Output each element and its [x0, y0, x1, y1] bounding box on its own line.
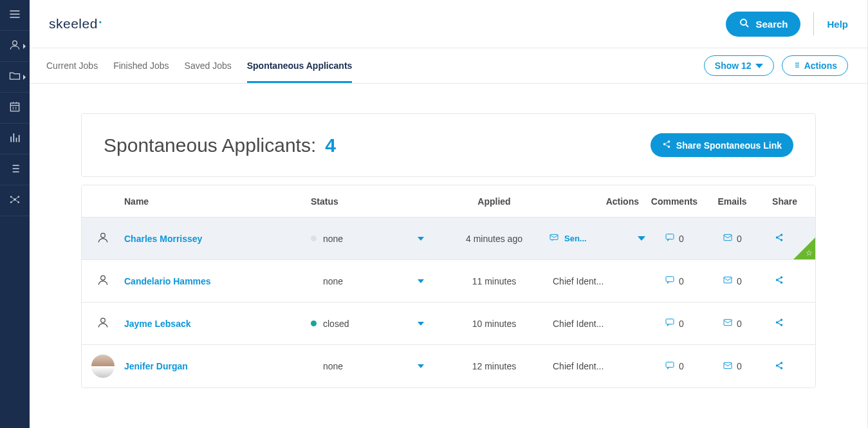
applicant-name-link[interactable]: Jayme Lebsack: [124, 319, 191, 329]
chevron-down-icon: [755, 64, 763, 68]
status-text: none: [323, 361, 411, 371]
svg-point-9: [663, 143, 666, 145]
sidebar-jobs[interactable]: [0, 62, 30, 93]
applicant-count: 4: [325, 135, 336, 156]
svg-rect-25: [666, 319, 674, 324]
action-text: Chief Ident...: [549, 276, 645, 286]
action-text: Chief Ident...: [549, 361, 645, 371]
applied-time: 4 minutes ago: [439, 234, 549, 244]
sidebar-stats[interactable]: [0, 124, 30, 154]
svg-rect-13: [666, 234, 674, 239]
actions-label: Actions: [804, 60, 837, 71]
svg-point-15: [780, 234, 783, 236]
calendar-icon: [8, 100, 21, 116]
svg-point-16: [776, 236, 779, 239]
applied-time: 12 minutes: [439, 361, 549, 371]
folder-icon: [8, 70, 21, 85]
chevron-right-icon: [23, 75, 26, 80]
emails-count[interactable]: 0: [703, 232, 761, 245]
sidebar-list[interactable]: [0, 154, 30, 185]
svg-rect-26: [724, 319, 732, 325]
applicant-name-link[interactable]: Candelario Hammes: [124, 276, 211, 286]
chevron-right-icon: [23, 44, 26, 49]
tab-finished-jobs[interactable]: Finished Jobs: [113, 49, 169, 82]
user-icon: [97, 231, 109, 246]
table-row: Charles Morrisseynone4 minutes agoSen...…: [82, 218, 815, 260]
th-comments: Comments: [645, 196, 703, 207]
emails-count[interactable]: 0: [703, 317, 761, 330]
svg-point-29: [780, 324, 783, 326]
share-icon[interactable]: [775, 318, 784, 329]
emails-count[interactable]: 0: [703, 275, 761, 287]
comments-count[interactable]: 0: [645, 360, 703, 373]
tab-spontaneous-applicants[interactable]: Spontaneous Applicants: [247, 49, 353, 82]
show-count-button[interactable]: Show 12: [704, 55, 774, 76]
email-icon: [723, 232, 733, 245]
svg-point-21: [780, 276, 783, 279]
th-share: Share: [761, 196, 815, 207]
list-icon: [793, 60, 800, 71]
status-dot: [311, 321, 317, 326]
applied-time: 11 minutes: [439, 276, 549, 286]
th-status: Status: [311, 196, 439, 207]
svg-rect-19: [666, 277, 674, 282]
comment-icon: [665, 317, 675, 330]
share-icon[interactable]: [775, 233, 784, 244]
sidebar-calendar[interactable]: [0, 93, 30, 124]
comments-count[interactable]: 0: [645, 317, 703, 330]
actions-button[interactable]: Actions: [782, 55, 848, 76]
svg-point-32: [780, 362, 783, 364]
svg-rect-14: [724, 234, 732, 240]
svg-rect-31: [724, 362, 732, 368]
applied-time: 10 minutes: [439, 319, 549, 329]
svg-point-33: [776, 364, 779, 367]
help-link[interactable]: Help: [827, 19, 848, 30]
svg-point-0: [13, 41, 17, 45]
comment-icon: [665, 275, 675, 287]
share-icon: [662, 140, 671, 151]
share-spontaneous-link-button[interactable]: Share Spontaneous Link: [651, 133, 793, 157]
applicant-name-link[interactable]: Charles Morrissey: [124, 234, 202, 244]
action-send[interactable]: Sen...: [549, 232, 645, 245]
applicant-name-link[interactable]: Jenifer Durgan: [124, 361, 188, 371]
emails-count[interactable]: 0: [703, 360, 761, 373]
svg-point-17: [780, 239, 783, 241]
svg-point-23: [780, 281, 783, 284]
status-text: none: [323, 234, 411, 244]
search-button[interactable]: Search: [726, 12, 800, 37]
sidebar-network[interactable]: [0, 185, 30, 216]
status-dropdown[interactable]: [418, 364, 424, 368]
sidebar-menu[interactable]: [0, 0, 30, 31]
status-dropdown[interactable]: [418, 322, 424, 326]
th-name: Name: [124, 196, 311, 207]
user-icon: [97, 274, 109, 288]
comments-count[interactable]: 0: [645, 232, 703, 245]
th-applied: Applied: [439, 196, 549, 207]
avatar: [91, 355, 115, 378]
tab-saved-jobs[interactable]: Saved Jobs: [185, 49, 232, 82]
th-actions: Actions: [549, 196, 645, 207]
divider: [813, 12, 814, 35]
share-icon[interactable]: [775, 361, 784, 372]
status-dropdown[interactable]: [418, 237, 424, 241]
status-dropdown[interactable]: [418, 279, 424, 283]
send-icon: [549, 232, 559, 245]
action-text: Chief Ident...: [549, 319, 645, 329]
show-count-label: Show 12: [715, 60, 752, 71]
svg-point-27: [780, 319, 783, 321]
email-icon: [723, 360, 733, 373]
sidebar-candidates[interactable]: [0, 31, 30, 62]
svg-point-8: [668, 140, 670, 143]
tab-current-jobs[interactable]: Current Jobs: [46, 49, 98, 82]
chevron-down-icon: [638, 236, 645, 241]
search-label: Search: [755, 19, 788, 30]
svg-rect-30: [666, 362, 674, 367]
comments-count[interactable]: 0: [645, 275, 703, 287]
share-icon[interactable]: [775, 275, 784, 286]
svg-point-18: [101, 275, 106, 280]
svg-point-34: [780, 367, 783, 369]
status-text: none: [323, 276, 411, 286]
comment-icon: [665, 232, 675, 245]
svg-point-24: [101, 318, 106, 322]
user-icon: [97, 316, 109, 331]
